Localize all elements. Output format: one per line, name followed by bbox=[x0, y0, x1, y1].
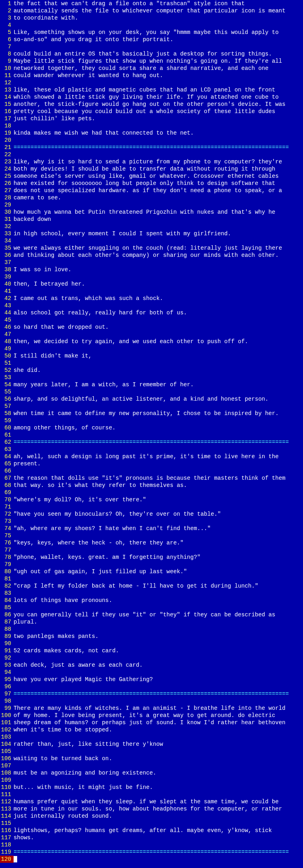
editor-line[interactable]: 93each deck, just as aware as each card. bbox=[0, 661, 303, 669]
editor-line[interactable]: 13like, these old plastic and magnetic c… bbox=[0, 86, 303, 93]
line-content[interactable]: lots of things have pronouns. bbox=[14, 597, 303, 604]
editor-line[interactable]: 54many years later, I am a witch, as I r… bbox=[0, 381, 303, 388]
editor-line[interactable]: 108must be an agonizing and boring exist… bbox=[0, 769, 303, 777]
line-content[interactable]: each deck, just as aware as each card. bbox=[14, 661, 303, 669]
line-content[interactable]: many years later, I am a witch, as I rem… bbox=[14, 381, 303, 388]
line-content[interactable]: could wander wherever it wanted to hang … bbox=[14, 72, 303, 79]
editor-line[interactable]: 68that way. so it's what they refer to t… bbox=[0, 482, 303, 489]
editor-line[interactable]: 60among other things, of course. bbox=[0, 424, 303, 431]
editor-line[interactable]: 38I was so in love. bbox=[0, 266, 303, 273]
editor-line[interactable]: 67the reason that dolls use "it's" prono… bbox=[0, 475, 303, 482]
line-content[interactable]: then, I betrayed her. bbox=[14, 280, 303, 288]
editor-line[interactable]: 102when it's time to be stopped. bbox=[0, 726, 303, 733]
line-content[interactable]: how much ya wanna bet Putin threatened P… bbox=[14, 209, 303, 216]
editor-line[interactable]: 61 bbox=[0, 431, 303, 439]
line-content[interactable] bbox=[14, 669, 303, 676]
editor-line[interactable]: 47 bbox=[0, 331, 303, 338]
editor-line[interactable]: 19kinda makes me wish we had that connec… bbox=[0, 129, 303, 137]
editor-line[interactable]: 86you can generally tell if they use "it… bbox=[0, 611, 303, 618]
line-content[interactable] bbox=[14, 733, 303, 741]
line-content[interactable]: then, we decided to try again, and we us… bbox=[14, 338, 303, 345]
line-content[interactable] bbox=[14, 316, 303, 324]
line-content[interactable] bbox=[14, 374, 303, 381]
line-content[interactable] bbox=[14, 388, 303, 395]
line-content[interactable]: waiting to be turned back on. bbox=[14, 755, 303, 762]
editor-line[interactable]: 29 bbox=[0, 201, 303, 209]
line-content[interactable] bbox=[14, 820, 303, 827]
line-content[interactable] bbox=[14, 640, 303, 647]
line-content[interactable] bbox=[14, 532, 303, 539]
editor-line[interactable]: 73 bbox=[0, 518, 303, 525]
line-content[interactable]: pretty cool because you could build out … bbox=[14, 108, 303, 115]
editor-line[interactable]: 120 bbox=[0, 856, 303, 863]
line-content[interactable]: have existed for soooooooo long but peop… bbox=[14, 180, 303, 187]
editor-line[interactable]: 109 bbox=[0, 777, 303, 784]
editor-line[interactable]: 40then, I betrayed her. bbox=[0, 280, 303, 288]
editor-line[interactable]: 65present. bbox=[0, 460, 303, 467]
editor-line[interactable]: 46so hard that we dropped out. bbox=[0, 324, 303, 331]
editor-line[interactable]: 11could wander wherever it wanted to han… bbox=[0, 72, 303, 79]
line-content[interactable]: ========================================… bbox=[14, 848, 303, 856]
line-content[interactable] bbox=[14, 762, 303, 769]
line-content[interactable]: camera to see. bbox=[14, 194, 303, 201]
line-content[interactable] bbox=[14, 122, 303, 129]
line-content[interactable]: of my home. I love being present, it's a… bbox=[14, 712, 303, 719]
editor-line[interactable]: 56sharp, and so delightful, an active li… bbox=[0, 395, 303, 403]
line-content[interactable]: which showed a little stick guy living t… bbox=[14, 93, 303, 101]
line-content[interactable]: humans prefer quiet when they sleep. if … bbox=[14, 798, 303, 805]
line-content[interactable] bbox=[14, 654, 303, 661]
line-content[interactable]: she did. bbox=[14, 367, 303, 374]
editor-line[interactable]: 21======================================… bbox=[0, 144, 303, 151]
line-content[interactable] bbox=[14, 201, 303, 209]
line-content[interactable]: "have you seen my binoculars? Oh, they'r… bbox=[14, 510, 303, 518]
line-content[interactable]: two pantlegs makes pants. bbox=[14, 633, 303, 640]
line-content[interactable] bbox=[14, 331, 303, 338]
line-content[interactable] bbox=[14, 561, 303, 568]
editor-line[interactable]: 23like, why is it so hard to send a pict… bbox=[0, 158, 303, 165]
line-content[interactable]: both my devices! I should be able to tra… bbox=[14, 165, 303, 173]
editor-line[interactable]: 81 bbox=[0, 575, 303, 582]
editor-line[interactable]: 41 bbox=[0, 288, 303, 295]
editor-line[interactable]: 55 bbox=[0, 388, 303, 395]
line-content[interactable]: I still didn't make it, bbox=[14, 352, 303, 360]
line-content[interactable]: among other things, of course. bbox=[14, 424, 303, 431]
editor-line[interactable]: 118 bbox=[0, 841, 303, 848]
line-content[interactable] bbox=[14, 22, 303, 29]
editor-line[interactable]: 85 bbox=[0, 604, 303, 611]
line-content[interactable]: kinda makes me wish we had that connecte… bbox=[14, 129, 303, 137]
line-content[interactable]: "where's my doll? Oh, it's over there." bbox=[14, 496, 303, 503]
line-content[interactable]: have you ever played Magic the Gathering… bbox=[14, 676, 303, 683]
editor-line[interactable]: 2automatically sends the file to whichev… bbox=[0, 7, 303, 14]
line-content[interactable]: like, these old plastic and magnetic cub… bbox=[14, 86, 303, 93]
editor-line[interactable]: 111 bbox=[0, 791, 303, 798]
line-content[interactable]: when time it came to define my new perso… bbox=[14, 410, 303, 417]
line-content[interactable]: "crap I left my folder back at home - I'… bbox=[14, 582, 303, 590]
line-content[interactable] bbox=[14, 151, 303, 158]
editor-line[interactable]: 116lightshows, perhaps? humans get dream… bbox=[0, 827, 303, 834]
editor-line[interactable]: 31backed down bbox=[0, 216, 303, 223]
editor-line[interactable]: 9152 cards makes cards, not card. bbox=[0, 647, 303, 654]
editor-line[interactable]: 49 bbox=[0, 345, 303, 352]
editor-line[interactable]: 26have existed for soooooooo long but pe… bbox=[0, 180, 303, 187]
line-content[interactable]: rather than, just, like sitting there y'… bbox=[14, 741, 303, 748]
line-content[interactable] bbox=[14, 856, 303, 863]
editor-line[interactable]: 9Maybe little stick figures that show up… bbox=[0, 58, 303, 65]
editor-line[interactable]: 78"phone, wallet, keys. great. am I forg… bbox=[0, 554, 303, 561]
editor-line[interactable]: 113more in tune in our souls. so, how ab… bbox=[0, 805, 303, 812]
editor-line[interactable]: 53 bbox=[0, 374, 303, 381]
editor-line[interactable]: 44also school got really, really hard fo… bbox=[0, 309, 303, 316]
editor-line[interactable]: 98 bbox=[0, 697, 303, 705]
line-content[interactable]: does not use specialized hardware. as if… bbox=[14, 187, 303, 194]
line-content[interactable]: "phone, wallet, keys. great. am I forget… bbox=[14, 554, 303, 561]
line-content[interactable]: automatically sends the file to whicheve… bbox=[14, 7, 303, 14]
editor-line[interactable]: 76"keys, keys, where the heck - oh, ther… bbox=[0, 539, 303, 546]
line-content[interactable] bbox=[14, 518, 303, 525]
editor-line[interactable]: 27does not use specialized hardware. as … bbox=[0, 187, 303, 194]
line-content[interactable] bbox=[14, 683, 303, 690]
editor-line[interactable]: 115 bbox=[0, 820, 303, 827]
line-content[interactable]: so hard that we dropped out. bbox=[14, 324, 303, 331]
line-content[interactable]: networked together, they could sorta sha… bbox=[14, 65, 303, 72]
text-editor-viewport[interactable]: 1the fact that we can't drag a file onto… bbox=[0, 0, 303, 863]
editor-line[interactable]: 10networked together, they could sorta s… bbox=[0, 65, 303, 72]
editor-line[interactable]: 6so-and-so" and you drag it onto their p… bbox=[0, 36, 303, 43]
